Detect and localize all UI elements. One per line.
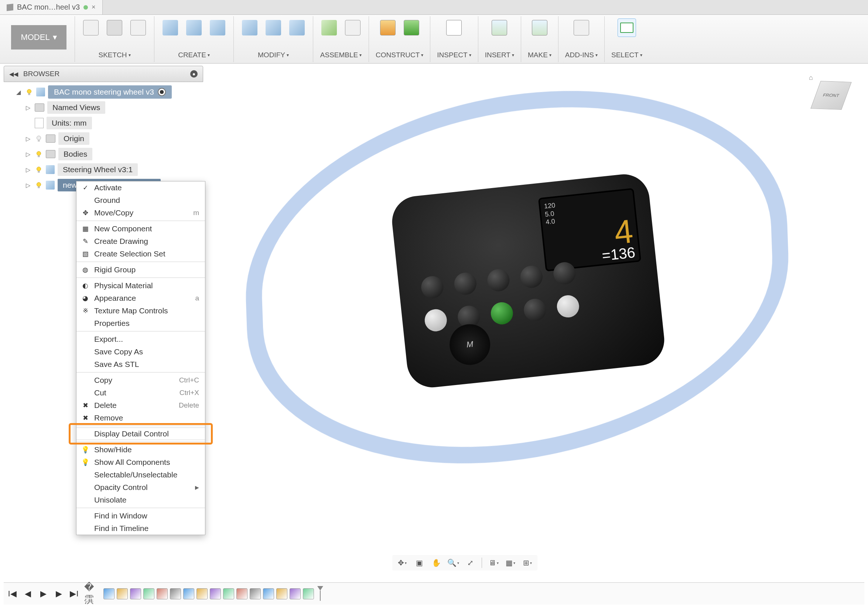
visibility-bulb-icon[interactable] [35, 181, 43, 189]
context-menu-item[interactable]: ✎Create Drawing [76, 235, 205, 247]
fit-button[interactable]: ⤢ [463, 556, 477, 569]
context-menu-item[interactable]: ▧Create Selection Set [76, 247, 205, 260]
context-menu-item[interactable]: ✖Remove [76, 412, 205, 424]
axis-tool-button[interactable] [402, 19, 421, 37]
fillet-tool-button[interactable] [240, 19, 259, 37]
visibility-bulb-icon[interactable] [35, 166, 43, 174]
tree-item-named-views[interactable]: ▷ Named Views [5, 100, 203, 115]
timeline-feature[interactable] [276, 588, 287, 599]
ribbon-group-label[interactable]: INSPECT▾ [437, 51, 471, 62]
context-menu-item[interactable]: ◕Appearancea [76, 292, 205, 305]
ribbon-group-label[interactable]: CONSTRUCT▾ [376, 51, 423, 62]
viewports-button[interactable]: ⊞▾ [521, 556, 535, 569]
measure-tool-button[interactable] [445, 19, 463, 37]
context-menu-item[interactable]: Find in Timeline [76, 522, 205, 535]
context-menu-item[interactable]: Opacity Control [76, 481, 205, 494]
context-menu-item[interactable]: Find in Window [76, 510, 205, 522]
plane-tool-button[interactable] [378, 19, 397, 37]
ribbon-group-label[interactable]: INSERT▾ [485, 51, 514, 62]
timeline-playhead[interactable] [318, 586, 322, 601]
timeline-feature[interactable] [183, 588, 194, 599]
timeline-last-button[interactable]: ▶I [69, 588, 80, 599]
sphere-tool-button[interactable] [208, 19, 227, 37]
home-view-icon[interactable]: ⌂ [809, 74, 813, 82]
sketch-tool-button[interactable] [82, 19, 100, 37]
timeline-feature[interactable] [210, 588, 221, 599]
timeline-feature[interactable] [223, 588, 234, 599]
workspace-switcher[interactable]: MODEL ▾ [8, 20, 70, 55]
context-menu-item[interactable]: 💡Show/Hide [76, 443, 205, 456]
document-tab[interactable]: BAC mon…heel v3 × [0, 0, 103, 14]
context-menu-item[interactable]: Properties [76, 317, 205, 329]
tree-item-origin[interactable]: ▷ Origin [5, 131, 203, 146]
visibility-bulb-icon[interactable] [25, 88, 33, 96]
timeline-feature[interactable] [250, 588, 261, 599]
context-menu-item[interactable]: ▦New Component [76, 222, 205, 235]
context-menu-item[interactable]: 💡Show All Components [76, 456, 205, 469]
timeline-feature[interactable] [143, 588, 154, 599]
context-menu-item[interactable]: ✖DeleteDelete [76, 399, 205, 412]
addins-button[interactable] [572, 19, 591, 37]
expand-icon[interactable]: ▷ [24, 166, 32, 173]
spline-tool-button[interactable] [105, 19, 124, 37]
tree-root[interactable]: ◢ BAC mono steering wheel v3 [5, 84, 203, 100]
view-cube[interactable]: ⌂ FRONT [809, 74, 853, 118]
rectangle-tool-button[interactable] [129, 19, 147, 37]
context-menu-item[interactable]: Unisolate [76, 494, 205, 506]
expand-icon[interactable]: ▷ [24, 135, 32, 142]
tree-item-units[interactable]: Units: mm [5, 115, 203, 131]
timeline-feature[interactable] [170, 588, 181, 599]
push-tool-button[interactable] [288, 19, 306, 37]
context-menu-item[interactable]: Ground [76, 194, 205, 207]
timeline-feature[interactable] [290, 588, 301, 599]
context-menu-item[interactable]: ✥Move/Copym [76, 207, 205, 219]
close-tab-button[interactable]: × [91, 3, 96, 11]
tree-item-steering-wheel[interactable]: ▷ Steering Wheel v3:1 [5, 162, 203, 177]
context-menu-item[interactable]: Selectable/Unselectable [76, 469, 205, 481]
display-settings-button[interactable]: 🖥▾ [487, 556, 501, 569]
tree-item-bodies[interactable]: ▷ Bodies [5, 146, 203, 162]
joint-tool-button[interactable] [320, 19, 338, 37]
timeline-feature[interactable] [236, 588, 248, 599]
timeline-play-button[interactable]: ▶ [38, 588, 49, 599]
ribbon-group-label[interactable]: SKETCH▾ [98, 51, 130, 62]
orbit-button[interactable]: ✥▾ [395, 556, 409, 569]
view-cube-face[interactable]: FRONT [811, 81, 851, 110]
box-tool-button[interactable] [161, 19, 180, 37]
timeline-settings-button[interactable]: �霟 [84, 588, 95, 599]
expand-icon[interactable]: ◢ [15, 89, 22, 96]
visibility-bulb-icon[interactable] [35, 135, 43, 143]
timeline-feature[interactable] [117, 588, 128, 599]
timeline-prev-button[interactable]: ◀ [22, 588, 33, 599]
ribbon-group-label[interactable]: ASSEMBLE▾ [320, 51, 362, 62]
context-menu-item[interactable]: CutCtrl+X [76, 387, 205, 399]
timeline-feature[interactable] [130, 588, 141, 599]
panel-options-icon[interactable]: ● [190, 70, 198, 78]
ribbon-group-label[interactable]: CREATE▾ [178, 51, 210, 62]
timeline-first-button[interactable]: I◀ [7, 588, 18, 599]
expand-icon[interactable]: ▷ [24, 104, 32, 111]
context-menu-item[interactable]: Display Detail Control [76, 427, 205, 440]
context-menu-item[interactable]: Save Copy As [76, 345, 205, 358]
zoom-button[interactable]: 🔍▾ [446, 556, 460, 569]
ribbon-group-label[interactable]: MODIFY▾ [258, 51, 289, 62]
context-menu-item[interactable]: ※Texture Map Controls [76, 305, 205, 317]
context-menu-item[interactable]: Export... [76, 333, 205, 345]
timeline-next-button[interactable]: ▶ [53, 588, 64, 599]
pan-button[interactable]: ✋ [429, 556, 443, 569]
viewport-canvas[interactable]: 120 5.0 4.0 4 =136 M [207, 74, 860, 562]
cylinder-tool-button[interactable] [185, 19, 203, 37]
context-menu-item[interactable]: ◍Rigid Group [76, 263, 205, 276]
browser-header[interactable]: ◀◀ BROWSER ● [4, 66, 203, 82]
make-3dprint-button[interactable] [530, 19, 549, 37]
context-menu-item[interactable]: CopyCtrl+C [76, 374, 205, 387]
timeline-feature[interactable] [303, 588, 314, 599]
context-menu-item[interactable]: Save As STL [76, 358, 205, 371]
timeline-feature[interactable] [263, 588, 274, 599]
look-at-button[interactable]: ▣ [412, 556, 426, 569]
ribbon-group-label[interactable]: MAKE▾ [528, 51, 552, 62]
ribbon-group-label[interactable]: SELECT▾ [611, 51, 642, 62]
timeline-features[interactable] [104, 588, 314, 599]
timeline-feature[interactable] [197, 588, 208, 599]
align-tool-button[interactable] [344, 19, 362, 37]
